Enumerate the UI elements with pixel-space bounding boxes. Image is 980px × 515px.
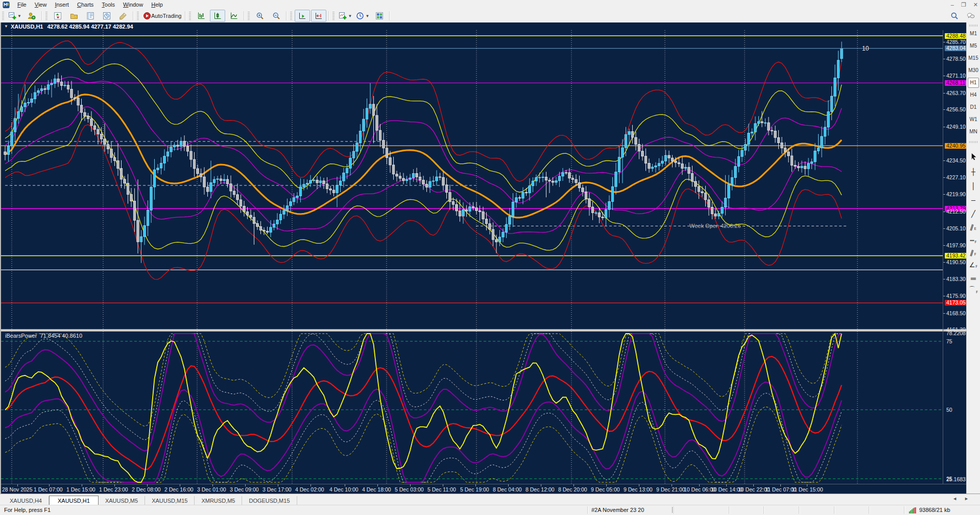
candle-body bbox=[326, 184, 328, 189]
menu-charts[interactable]: Charts bbox=[73, 1, 98, 8]
candle-body bbox=[602, 217, 604, 218]
search-button[interactable] bbox=[947, 10, 962, 22]
menu-help[interactable]: Help bbox=[147, 1, 167, 8]
candle-body bbox=[841, 49, 843, 59]
tab-scroll-right[interactable]: ► bbox=[964, 496, 969, 501]
fibo-retracement-tool-button[interactable]: ┅F bbox=[967, 233, 979, 244]
toolbar-grip[interactable] bbox=[2, 12, 4, 20]
chart-tab-dogeusd-m15[interactable]: DOGEUSD,M15 bbox=[242, 496, 297, 505]
line-chart-button[interactable] bbox=[226, 10, 242, 22]
horizontal-line-tool-button[interactable]: ─ bbox=[967, 193, 979, 204]
candle-body bbox=[794, 165, 796, 166]
toolbar-grip[interactable] bbox=[137, 12, 139, 20]
chart-tab-xauusd-h1[interactable]: XAUUSD,H1 bbox=[49, 496, 99, 506]
candle-body bbox=[392, 165, 394, 174]
timeframe-mn-button[interactable]: MN bbox=[968, 127, 979, 137]
time-axis[interactable]: 28 Nov 20251 Dec 07:001 Dec 15:001 Dec 2… bbox=[1, 484, 967, 494]
price-axis[interactable]: 4288.484285.704283.044278.504271.104268.… bbox=[943, 30, 967, 484]
vertical-line-tool-button[interactable]: │ bbox=[967, 179, 979, 190]
candle-body bbox=[173, 145, 175, 147]
bar-chart-button[interactable] bbox=[194, 10, 209, 22]
toolbar-grip[interactable] bbox=[189, 12, 191, 20]
profiles-button[interactable] bbox=[24, 10, 39, 22]
toolbar-grip[interactable] bbox=[248, 12, 250, 20]
candle-body bbox=[133, 201, 135, 221]
candle-body bbox=[31, 99, 33, 102]
dropdown-arrow-icon[interactable]: ▼ bbox=[365, 14, 369, 18]
tool-subscript: F bbox=[974, 240, 976, 244]
menu-view[interactable]: View bbox=[31, 1, 51, 8]
indicators-button[interactable]: ▼ bbox=[337, 10, 353, 22]
zoom-in-button[interactable] bbox=[252, 10, 268, 22]
timeframe-d1-button[interactable]: D1 bbox=[968, 102, 979, 112]
restore-button[interactable]: ❐ bbox=[961, 2, 966, 8]
new-order-button[interactable] bbox=[115, 10, 131, 22]
toolbar-grip[interactable] bbox=[45, 12, 47, 20]
chart-menu-icon[interactable]: ▼ bbox=[4, 24, 8, 29]
close-button[interactable]: ✕ bbox=[973, 2, 978, 8]
candle-body bbox=[452, 202, 454, 204]
candle-body bbox=[279, 214, 281, 220]
community-button[interactable] bbox=[963, 10, 978, 22]
menu-insert[interactable]: Insert bbox=[51, 1, 73, 8]
chart-shift-button[interactable] bbox=[311, 10, 326, 22]
candle-body bbox=[469, 207, 471, 212]
chart-tab-xauusd-h4[interactable]: XAUUSD,H4 bbox=[3, 496, 49, 505]
candle-body bbox=[837, 60, 839, 78]
templates-button[interactable] bbox=[372, 10, 387, 22]
timeframe-m15-button[interactable]: M15 bbox=[968, 53, 979, 63]
cursor-tool-button[interactable] bbox=[967, 149, 979, 160]
rectangle-tool-button[interactable]: ▬ bbox=[967, 271, 979, 282]
fibo-fan-tool-button[interactable]: ∠F bbox=[967, 258, 979, 269]
equidistant-channel-tool-button[interactable]: ∥E bbox=[967, 220, 979, 231]
menu-file[interactable]: File bbox=[13, 1, 31, 8]
time-axis-label: 11 Dec 15:00 bbox=[792, 486, 823, 493]
terminal-button[interactable] bbox=[83, 10, 98, 22]
navigator-button[interactable] bbox=[66, 10, 82, 22]
trendline-tool-button[interactable]: ╱ bbox=[967, 206, 979, 218]
candlestick-chart-button[interactable] bbox=[210, 10, 225, 22]
autotrading-button[interactable]: AutoTrading bbox=[141, 10, 183, 22]
candle-body bbox=[210, 183, 212, 192]
candle-body bbox=[489, 224, 491, 229]
chart-tab-xmrusd-m5[interactable]: XMRUSD,M5 bbox=[195, 496, 242, 505]
strategy-tester-button[interactable] bbox=[99, 10, 114, 22]
dropdown-arrow-icon[interactable]: ▼ bbox=[348, 14, 352, 18]
menu-tools[interactable]: Tools bbox=[98, 1, 119, 8]
price-axis-tick bbox=[943, 279, 945, 279]
toolbar-grip[interactable] bbox=[290, 12, 292, 20]
fibo-channel-tool-button[interactable]: ∥F bbox=[967, 245, 979, 256]
toolbar-grip[interactable] bbox=[332, 12, 334, 20]
fibo-arc-tool-button[interactable]: ⌒F bbox=[967, 283, 979, 294]
candle-body bbox=[502, 232, 504, 237]
menu-window[interactable]: Window bbox=[119, 1, 147, 8]
crosshair-tool-button[interactable]: ┼ bbox=[967, 165, 979, 176]
tab-scroll-left[interactable]: ◄ bbox=[952, 496, 957, 501]
sidebar-grip[interactable] bbox=[969, 141, 977, 143]
candle-body bbox=[751, 132, 753, 133]
chart-window[interactable]: ▼ XAUUSD,H1 4278.62 4285.94 4277.17 4282… bbox=[0, 22, 967, 494]
timeframe-m5-button[interactable]: M5 bbox=[968, 41, 979, 51]
periods-button[interactable]: ▼ bbox=[354, 10, 371, 22]
chart-tab-xauusd-m15[interactable]: XAUUSD,M15 bbox=[145, 496, 195, 505]
candle-body bbox=[568, 173, 570, 178]
zoom-out-button[interactable] bbox=[269, 10, 284, 22]
timeframe-h4-button[interactable]: H4 bbox=[968, 90, 979, 100]
market-watch-button[interactable] bbox=[50, 10, 65, 22]
chart-title-bar[interactable]: ▼ XAUUSD,H1 4278.62 4285.94 4277.17 4282… bbox=[1, 22, 967, 30]
new-chart-button[interactable]: ▼ bbox=[7, 10, 23, 22]
sidebar-grip[interactable] bbox=[969, 25, 977, 27]
timeframe-w1-button[interactable]: W1 bbox=[968, 114, 979, 125]
main-chart-canvas[interactable]: Week Open 4206.2610 bbox=[1, 30, 943, 329]
auto-scroll-button[interactable] bbox=[295, 10, 310, 22]
timeframe-h1-button[interactable]: H1 bbox=[968, 78, 979, 88]
candle-body bbox=[140, 237, 142, 242]
timeframe-m1-button[interactable]: M1 bbox=[968, 29, 979, 39]
oscillator-canvas[interactable] bbox=[1, 332, 943, 484]
chart-tab-xauusd-m5[interactable]: XAUUSD,M5 bbox=[99, 496, 145, 505]
dropdown-arrow-icon[interactable]: ▼ bbox=[17, 14, 21, 18]
timeframe-m30-button[interactable]: M30 bbox=[968, 65, 979, 76]
price-line-label: 10 bbox=[862, 45, 869, 52]
candle-body bbox=[598, 213, 600, 217]
minimize-button[interactable]: – bbox=[951, 2, 954, 8]
